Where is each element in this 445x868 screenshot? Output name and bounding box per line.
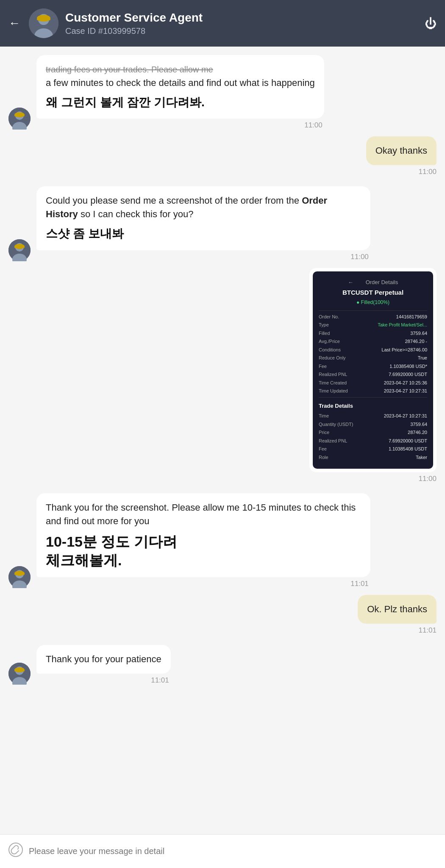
chat-header: ← Customer Service Agent Case ID #103999… [0, 0, 445, 47]
ss-row: Time 2023-04-27 10:27:31 [319, 412, 427, 420]
message-row: Thank you for the screenshot. Please all… [8, 493, 437, 588]
agent-message-bubble: Thank you for the screenshot. Please all… [36, 493, 370, 577]
ss-status: ● Filled(100%) [319, 299, 427, 306]
agent-message-text: Could you please send me a screenshot of… [46, 195, 327, 219]
svg-point-25 [9, 843, 22, 857]
agent-avatar [8, 566, 31, 588]
agent-message-text: Thank you for your patience [46, 654, 161, 664]
user-bubble-wrapper: Ok. Plz thanks 11:01 [358, 595, 437, 635]
message-time: 11:01 [36, 676, 171, 685]
avatar [29, 8, 58, 38]
screenshot-bubble: ← Order Details BTCUSDT Perpetual ● Fill… [309, 268, 437, 473]
ss-row: Avg./Price 28746.20 - [319, 338, 427, 345]
ss-row: Reduce Only True [319, 354, 427, 362]
input-area [0, 834, 445, 868]
chat-area: trading fees on your trades. Please allo… [0, 47, 445, 834]
agent-bubble-wrapper: trading fees on your trades. Please allo… [36, 55, 324, 130]
user-message-bubble: Okay thanks [366, 136, 437, 165]
ss-row: Realized PNL 7.69920000 USDT [319, 437, 427, 445]
message-time: 11:00 [36, 253, 370, 261]
agent-bubble-wrapper: Thank you for your patience 11:01 [36, 645, 171, 685]
attachment-button[interactable] [8, 843, 23, 860]
user-bubble-wrapper: ← Order Details BTCUSDT Perpetual ● Fill… [309, 268, 437, 484]
back-button[interactable]: ← [8, 17, 20, 30]
ss-row: Realized PNL 7.69920000 USDT [319, 371, 427, 378]
svg-rect-19 [14, 573, 25, 575]
agent-avatar [8, 239, 31, 261]
agent-message-bubble: Thank you for your patience [36, 645, 171, 674]
power-button[interactable]: ⏻ [425, 17, 437, 30]
ss-section-title: Trade Details [319, 402, 427, 410]
user-bubble-wrapper: Okay thanks 11:00 [366, 136, 437, 176]
ss-row: Time Updated 2023-04-27 10:27:31 [319, 387, 427, 395]
message-time: 11:00 [418, 168, 437, 176]
case-id: Case ID #103999578 [65, 26, 418, 36]
header-info: Customer Service Agent Case ID #10399957… [65, 11, 418, 36]
agent-avatar [8, 108, 31, 130]
message-row: Thank you for your patience 11:01 [8, 645, 437, 685]
user-message-bubble: Ok. Plz thanks [358, 595, 437, 624]
ss-row: Quantity (USDT) 3759.64 [319, 421, 427, 428]
agent-korean-text: 왜 그런지 볼게 잠깐 기다려봐. [46, 94, 315, 111]
message-row: Could you please send me a screenshot of… [8, 186, 437, 261]
ss-row: Role Taker [319, 454, 427, 461]
ss-row: Conditions Last Price>=28746.00 [319, 346, 427, 354]
agent-avatar [8, 663, 31, 685]
svg-rect-4 [37, 18, 50, 20]
agent-korean-text: 10-15분 정도 기다려체크해볼게. [46, 532, 361, 569]
message-time: 11:00 [418, 475, 437, 483]
svg-rect-14 [14, 246, 25, 248]
agent-message-text: a few minutes to check the details and f… [46, 77, 315, 88]
ss-row: Time Created 2023-04-27 10:25:36 [319, 379, 427, 387]
agent-message-bubble: Could you please send me a screenshot of… [36, 186, 370, 250]
agent-bubble-wrapper: Could you please send me a screenshot of… [36, 186, 370, 261]
svg-rect-24 [14, 670, 25, 672]
svg-rect-9 [14, 115, 25, 116]
user-message-text: Ok. Plz thanks [367, 604, 427, 614]
message-row: ← Order Details BTCUSDT Perpetual ● Fill… [8, 268, 437, 484]
message-time: 11:01 [418, 626, 437, 635]
ss-row: Order No. 144168179659 [319, 313, 427, 321]
message-row: trading fees on your trades. Please allo… [8, 55, 437, 130]
ss-row: Price 28746.20 [319, 429, 427, 436]
agent-name: Customer Service Agent [65, 11, 418, 25]
ss-row: Filled 3759.64 [319, 330, 427, 337]
agent-message-bubble: trading fees on your trades. Please allo… [36, 55, 324, 119]
message-input[interactable] [29, 846, 437, 856]
strikethrough-text: trading fees on your trades. Please allo… [46, 65, 213, 74]
ss-pair: BTCUSDT Perpetual [319, 288, 427, 298]
message-row: Okay thanks 11:00 [8, 136, 437, 176]
message-time: 11:00 [36, 121, 324, 130]
ss-row: Type Take Profit Market/Sel... [319, 321, 427, 329]
message-time: 11:01 [36, 580, 370, 588]
ss-row: Fee 1.10385408 USD* [319, 363, 427, 370]
agent-message-text: Thank you for the screenshot. Please all… [46, 502, 356, 526]
agent-bubble-wrapper: Thank you for the screenshot. Please all… [36, 493, 370, 588]
agent-korean-text: 스샷 좀 보내봐 [46, 225, 361, 243]
ss-row: Fee 1.10385408 USDT [319, 445, 427, 453]
user-message-text: Okay thanks [375, 145, 427, 156]
ss-back: ← Order Details [319, 278, 427, 287]
screenshot-inner: ← Order Details BTCUSDT Perpetual ● Fill… [313, 271, 433, 469]
message-row: Ok. Plz thanks 11:01 [8, 595, 437, 635]
